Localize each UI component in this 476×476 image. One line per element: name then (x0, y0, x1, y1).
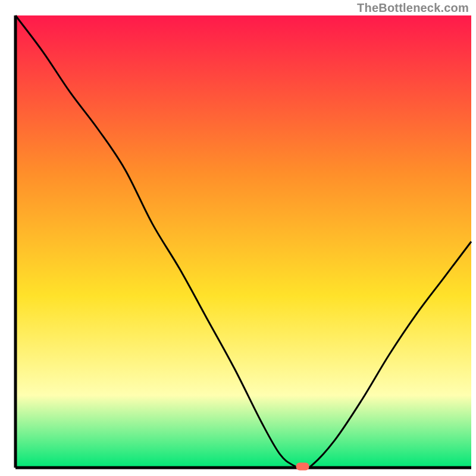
plot-background (15, 15, 471, 468)
chart-stage: TheBottleneck.com (0, 0, 476, 476)
bottleneck-chart (0, 0, 476, 476)
optimal-marker (296, 463, 309, 471)
